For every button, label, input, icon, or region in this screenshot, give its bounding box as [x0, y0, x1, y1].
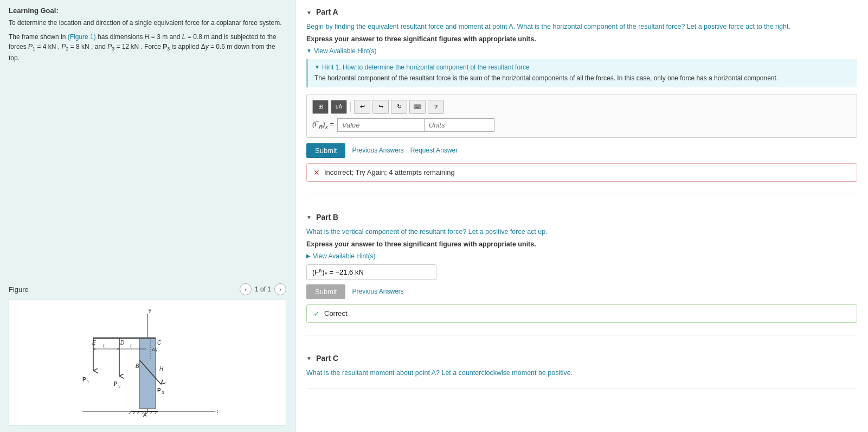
part-c-title: Part C [316, 354, 338, 363]
part-c-collapse[interactable] [306, 354, 312, 362]
toolbar-grid-button[interactable]: ⊞ [312, 100, 329, 114]
part-b-answer-input[interactable] [306, 264, 436, 280]
svg-text:C: C [157, 340, 162, 346]
figure-link[interactable]: (Figure 1) [68, 33, 96, 41]
svg-text:A: A [143, 412, 147, 418]
part-a-submit-button[interactable]: Submit [306, 143, 345, 158]
next-figure-button[interactable]: › [274, 283, 286, 295]
part-a-request-answer-link[interactable]: Request Answer [410, 147, 458, 154]
part-b-question: What is the vertical component of the re… [306, 227, 857, 237]
part-b-submit-button[interactable]: Submit [306, 284, 345, 299]
part-a-hint-content: The horizontal component of the resultan… [314, 73, 851, 83]
part-b-submit-row: Submit Previous Answers [306, 284, 857, 299]
learning-goal-title: Learning Goal: [9, 7, 286, 15]
part-a-feedback-text: Incorrect; Try Again; 4 attempts remaini… [324, 168, 455, 176]
part-a-input-label: (FR)x = [312, 120, 334, 130]
svg-text:P: P [82, 377, 86, 383]
svg-text:E: E [92, 340, 96, 346]
toolbar-sep1 [350, 101, 351, 112]
part-b-hint-toggle[interactable]: View Available Hint(s) [306, 252, 857, 260]
figure-nav: ‹ 1 of 1 › [240, 283, 286, 295]
learning-goal-desc1: To determine the location and direction … [9, 18, 286, 28]
part-b-section: Part B What is the vertical component of… [306, 205, 857, 335]
svg-text:x: x [217, 408, 218, 414]
svg-text:P: P [157, 387, 161, 393]
part-b-hint-toggle-label: View Available Hint(s) [313, 252, 376, 260]
toolbar-keyboard-button[interactable]: ⌨ [409, 100, 426, 114]
figure-section: Figure ‹ 1 of 1 › x y A [9, 278, 286, 425]
part-a-toolbar: ⊞ uA ↩ ↪ ↻ ⌨ ? [312, 100, 851, 114]
figure-page: 1 of 1 [255, 285, 271, 293]
learning-goal-desc2: The frame shown in (Figure 1) has dimens… [9, 32, 286, 63]
hint-arrow-icon [306, 48, 312, 54]
hint-title-text: Hint 1. How to determine the horizontal … [322, 63, 530, 71]
part-a-units-input[interactable] [424, 118, 494, 132]
part-a-hint-title: ▼ Hint 1. How to determine the horizonta… [314, 63, 851, 71]
correct-icon: ✓ [313, 309, 320, 318]
part-a-section: Part A Begin by finding the equivalent r… [306, 0, 857, 194]
svg-text:D: D [120, 340, 124, 346]
svg-text:L: L [103, 343, 106, 348]
part-b-hint-arrow-icon [306, 253, 311, 259]
part-b-collapse[interactable] [306, 213, 312, 221]
svg-text:1: 1 [87, 379, 89, 384]
toolbar-redo-button[interactable]: ↪ [372, 100, 389, 114]
svg-text:B: B [136, 363, 139, 369]
part-a-question: Begin by finding the equivalent resultan… [306, 22, 857, 32]
svg-text:L: L [130, 343, 133, 348]
prev-figure-button[interactable]: ‹ [240, 283, 252, 295]
svg-text:2: 2 [118, 384, 121, 389]
part-b-feedback-text: Correct [324, 309, 348, 317]
part-a-instruction: Express your answer to three significant… [306, 35, 857, 43]
figure-svg: x y A E D C B H [77, 306, 218, 420]
toolbar-refresh-button[interactable]: ↻ [391, 100, 407, 114]
svg-text:y: y [149, 307, 151, 313]
left-panel: Learning Goal: To determine the location… [0, 0, 295, 432]
svg-text:P: P [114, 381, 118, 387]
part-b-prev-answers-link[interactable]: Previous Answers [352, 288, 403, 295]
part-b-feedback-box: ✓ Correct [306, 304, 857, 323]
right-panel: Part A Begin by finding the equivalent r… [295, 0, 868, 432]
part-a-answer-area: ⊞ uA ↩ ↪ ↻ ⌨ ? (FR)x = [306, 94, 857, 138]
toolbar-undo-button[interactable]: ↩ [354, 100, 370, 114]
part-b-instruction: Express your answer to three significant… [306, 240, 857, 248]
svg-text:3: 3 [162, 390, 164, 395]
svg-text:H: H [159, 366, 164, 372]
part-a-hint-box: ▼ Hint 1. How to determine the horizonta… [306, 59, 857, 87]
svg-text:Δy: Δy [152, 347, 158, 352]
toolbar-text-button[interactable]: uA [331, 100, 347, 114]
part-c-question: What is the resultant moment about point… [306, 368, 857, 378]
part-a-feedback-box: ✕ Incorrect; Try Again; 4 attempts remai… [306, 163, 857, 182]
part-a-hint-toggle[interactable]: View Available Hint(s) [306, 47, 857, 55]
svg-line-28 [128, 411, 131, 414]
part-a-prev-answers-link[interactable]: Previous Answers [352, 147, 403, 154]
part-a-collapse[interactable] [306, 8, 312, 16]
diagram-area: x y A E D C B H [9, 300, 286, 425]
part-a-submit-row: Submit Previous Answers Request Answer [306, 143, 857, 158]
figure-title: Figure [9, 285, 29, 294]
part-a-value-input[interactable] [337, 118, 424, 132]
part-a-hint-toggle-label: View Available Hint(s) [314, 47, 377, 55]
part-c-section: Part C What is the resultant moment abou… [306, 346, 857, 390]
hint-expand-icon[interactable]: ▼ [314, 64, 320, 70]
incorrect-icon: ✕ [313, 168, 320, 177]
toolbar-help-button[interactable]: ? [428, 100, 444, 114]
part-a-title: Part A [316, 8, 338, 16]
part-b-title: Part B [316, 213, 338, 221]
part-a-input-row: (FR)x = [312, 118, 851, 132]
